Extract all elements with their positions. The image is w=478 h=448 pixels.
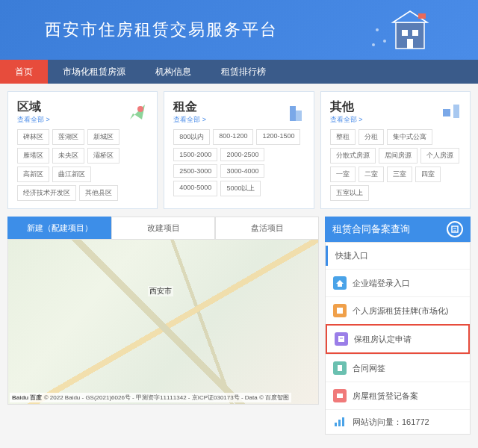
map-pin-icon [127,102,148,122]
chip-other[interactable]: 分散式房源 [330,148,376,164]
filter-other-title: 其他 [330,99,363,115]
region-chips: 碑林区 莲湖区 新城区 雁塔区 未央区 灞桥区 高新区 曲江新区 经济技术开发区… [17,129,148,201]
svg-rect-25 [335,423,337,426]
register-icon [333,389,347,402]
quick-links-panel: 快捷入口 企业端登录入口 个人房源租赁挂牌(市场化) 保租房认定申请 合同网签 [325,242,471,435]
contract-search-bar[interactable]: 租赁合同备案查询 [325,217,471,242]
chip-region[interactable]: 经济技术开发区 [17,185,76,201]
quick-affordable-apply[interactable]: 保租房认定申请 [326,324,470,354]
nav-home[interactable]: 首页 [0,60,48,84]
chip-rent[interactable]: 1500-2000 [173,148,217,161]
filter-region-title: 区域 [17,99,50,115]
filter-rent: 租金 查看全部 > 800以内 800-1200 1200-1500 1500-… [164,91,314,209]
banner-title: 西安市住房租赁交易服务平台 [45,19,278,41]
svg-rect-3 [412,30,418,36]
blocks-icon [440,102,461,122]
chip-region[interactable]: 碑林区 [17,129,49,145]
filter-region-viewall[interactable]: 查看全部 > [17,115,50,125]
map-view[interactable]: 西安市 Baidu 百度 © 2022 Baidu - GS(2021)6026… [7,239,319,405]
svg-rect-13 [443,109,450,116]
filter-rent-viewall[interactable]: 查看全部 > [173,115,206,125]
chip-rent[interactable]: 2500-3000 [173,164,217,178]
svg-rect-26 [338,420,341,426]
map-city-label: 西安市 [148,286,173,296]
chart-bar-icon [333,415,347,429]
svg-rect-20 [337,308,343,314]
svg-rect-11 [290,106,296,121]
svg-rect-4 [407,39,413,49]
search-bar-title: 租赁合同备案查询 [332,223,410,236]
svg-rect-24 [337,393,343,398]
chip-region[interactable]: 高新区 [17,167,49,182]
chip-other[interactable]: 整租 [330,129,356,145]
svg-marker-9 [130,105,145,119]
search-icon [447,221,463,237]
svg-rect-15 [452,226,458,232]
chip-rent[interactable]: 5000以上 [220,181,261,196]
chip-other[interactable]: 居间房源 [379,148,418,164]
tab-rebuild[interactable]: 改建项目 [111,217,215,239]
contract-icon [333,361,347,375]
chip-rent[interactable]: 1200-1500 [256,129,300,145]
svg-rect-19 [338,284,342,287]
svg-rect-5 [418,13,426,19]
nav-market[interactable]: 市场化租赁房源 [48,60,140,84]
chip-region[interactable]: 曲江新区 [52,167,91,182]
chip-rent[interactable]: 800-1200 [213,129,253,145]
svg-rect-21 [338,336,344,342]
quick-personal-listing[interactable]: 个人房源租赁挂牌(市场化) [326,296,470,324]
tab-revitalize[interactable]: 盘活项目 [215,217,319,239]
house-small-icon [333,276,347,290]
map-attribution: Baidu 百度 © 2022 Baidu - GS(2021)6026号 - … [10,393,291,402]
chip-other[interactable]: 个人房源 [420,148,459,164]
tab-new[interactable]: 新建（配建项目） [7,217,111,239]
svg-rect-2 [402,30,408,36]
quick-contract-sign[interactable]: 合同网签 [326,354,470,382]
rent-chips: 800以内 800-1200 1200-1500 1500-2000 2000-… [173,129,304,196]
filter-other: 其他 查看全部 > 整租 分租 集中式公寓 分散式房源 居间房源 个人房源 一室… [320,91,471,209]
quick-enterprise-login[interactable]: 企业端登录入口 [326,269,470,296]
svg-marker-18 [336,280,344,284]
chip-region[interactable]: 其他县区 [79,185,118,201]
nav-rank[interactable]: 租赁排行榜 [206,60,281,84]
form-icon [335,332,348,346]
svg-point-7 [383,40,386,43]
chip-other[interactable]: 一室 [330,167,356,182]
project-tabs: 新建（配建项目） 改建项目 盘活项目 [7,217,319,239]
filter-region: 区域 查看全部 > 碑林区 莲湖区 新城区 雁塔区 未央区 灞桥区 高新区 曲江… [7,91,158,209]
svg-point-8 [372,43,375,46]
filter-other-viewall[interactable]: 查看全部 > [330,115,363,125]
visit-counter: 网站访问量： 161772 [326,409,470,434]
filter-rent-title: 租金 [173,99,206,115]
chip-region[interactable]: 雁塔区 [17,148,49,164]
quick-lease-register[interactable]: 房屋租赁登记备案 [326,382,470,409]
chip-region[interactable]: 新城区 [87,129,120,145]
svg-point-10 [137,106,143,112]
chip-other[interactable]: 三室 [387,167,412,182]
chip-rent[interactable]: 3000-4000 [220,164,264,178]
chip-other[interactable]: 分租 [358,129,384,145]
chip-region[interactable]: 灞桥区 [87,148,120,164]
chip-rent[interactable]: 2000-2500 [220,148,264,161]
chip-rent[interactable]: 800以内 [173,129,210,145]
chip-region[interactable]: 未央区 [52,148,84,164]
chip-other[interactable]: 五室以上 [330,185,369,201]
svg-point-6 [376,28,379,31]
svg-rect-27 [342,417,344,426]
chip-other[interactable]: 二室 [358,167,384,182]
house-icon [366,7,433,52]
banner: 西安市住房租赁交易服务平台 [0,0,478,60]
chip-other[interactable]: 集中式公寓 [387,129,432,145]
svg-rect-12 [296,111,302,121]
svg-rect-23 [338,365,342,371]
chip-rent[interactable]: 4000-5000 [173,181,217,196]
chip-region[interactable]: 莲湖区 [52,129,84,145]
building-icon [284,102,305,122]
nav-bar: 首页 市场化租赁房源 机构信息 租赁排行榜 [0,60,478,84]
doc-icon [333,304,347,317]
other-chips: 整租 分租 集中式公寓 分散式房源 居间房源 个人房源 一室 二室 三室 四室 … [330,129,461,201]
chip-other[interactable]: 四室 [415,167,441,182]
svg-rect-14 [453,105,459,118]
nav-org[interactable]: 机构信息 [140,60,206,84]
quick-links-title: 快捷入口 [326,246,470,266]
